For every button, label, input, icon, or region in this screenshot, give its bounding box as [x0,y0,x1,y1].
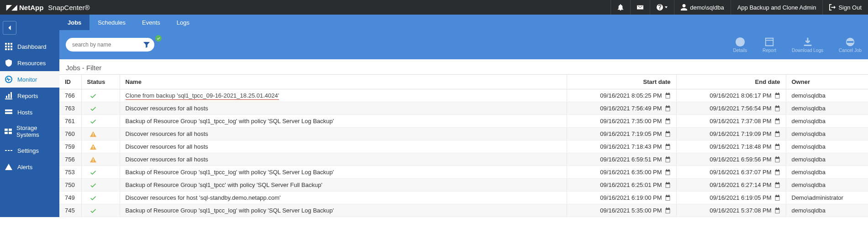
cell-id: 761 [59,115,81,128]
cell-end: 09/16/2021 6:59:56 PM [676,153,786,166]
storage-icon [5,127,12,135]
col-owner[interactable]: Owner [786,75,868,89]
calendar-icon [774,207,780,213]
table-row[interactable]: 759 Discover resources for all hosts 09/… [59,140,868,153]
col-id[interactable]: ID [59,75,81,89]
sidebar-item-monitor[interactable]: Monitor [0,71,59,88]
calendar-icon [774,195,780,201]
sidebar-item-alerts[interactable]: Alerts [0,159,59,175]
cell-id: 760 [59,128,81,140]
col-start[interactable]: Start date [567,75,676,89]
cell-name: Discover resources for all hosts [120,128,567,140]
cell-start: 09/16/2021 5:35:00 PM [567,204,676,217]
calendar-icon [665,118,671,124]
cell-status [81,102,120,115]
cell-start: 09/16/2021 7:18:43 PM [567,140,676,153]
table-row[interactable]: 749 Discover resources for host 'sql-sta… [59,192,868,204]
cell-end: 09/16/2021 7:56:54 PM [676,102,786,115]
table-row[interactable]: 745 Backup of Resource Group 'sql1_tpcc_… [59,204,868,217]
start-date: 09/16/2021 6:35:00 PM [600,169,662,176]
cell-end: 09/16/2021 6:19:05 PM [676,192,786,204]
sidebar-item-dashboard[interactable]: Dashboard [0,38,59,55]
table-row[interactable]: 760 Discover resources for all hosts 09/… [59,128,868,140]
sidebar-collapse-button[interactable] [3,21,16,35]
cell-owner: Demo\administrator [786,192,868,204]
toolbar-report-button[interactable]: Report [763,37,776,53]
cell-status [81,166,120,179]
col-end[interactable]: End date [676,75,786,89]
start-date: 09/16/2021 8:05:25 PM [600,92,662,99]
sidebar-item-settings[interactable]: Settings [0,142,59,159]
table-row[interactable]: 761 Backup of Resource Group 'sql1_tpcc_… [59,115,868,128]
end-date: 09/16/2021 6:59:56 PM [710,156,771,163]
table-row[interactable]: 766 Clone from backup 'sql1_tpcc_09-16-2… [59,89,868,102]
help-icon [657,4,663,10]
cell-end: 09/16/2021 6:27:14 PM [676,179,786,192]
download-logs-icon [803,37,813,47]
search-wrap [66,38,148,52]
calendar-icon [774,156,780,162]
toolbar-cancel-job-button[interactable]: Cancel Job [839,37,862,53]
sidebar-item-resources[interactable]: Resources [0,55,59,71]
mail-button[interactable] [630,0,650,15]
table-row[interactable]: 756 Discover resources for all hosts 09/… [59,153,868,166]
sidebar-item-label: Storage Systems [16,124,55,138]
table-row[interactable]: 753 Backup of Resource Group 'sql1_tpcc_… [59,166,868,179]
cell-start: 09/16/2021 6:19:00 PM [567,192,676,204]
chevron-down-icon [665,6,668,8]
col-status[interactable]: Status [81,75,120,89]
toolbar-details-button[interactable]: Details [733,37,747,53]
cell-id: 753 [59,166,81,179]
calendar-icon [774,93,780,98]
filter-active-badge [154,34,163,42]
job-name-link[interactable]: Clone from backup 'sql1_tpcc_09-16-2021_… [126,92,279,100]
search-input[interactable] [66,38,130,52]
role-label-wrap[interactable]: App Backup and Clone Admin [731,0,823,15]
check-icon [87,182,114,188]
tab-logs[interactable]: Logs [168,15,198,30]
cancel-job-icon [845,37,855,47]
check-icon [87,169,114,176]
end-date: 09/16/2021 5:37:08 PM [710,207,771,214]
tabs-row: JobsSchedulesEventsLogs [59,15,868,30]
alert-icon [5,163,13,171]
cell-id: 759 [59,140,81,153]
table-row[interactable]: 750 Backup of Resource Group 'sql1_tpcc'… [59,179,868,192]
calendar-icon [774,144,780,150]
sidebar-item-label: Settings [17,147,39,154]
sidebar-item-label: Reports [17,93,38,99]
check-icon [87,207,114,214]
user-menu[interactable]: demo\sqldba [674,0,730,15]
job-name: Backup of Resource Group 'sql1_tpcc_log'… [126,169,334,176]
check-icon [87,118,114,124]
signout-button[interactable]: Sign Out [822,0,868,15]
cell-start: 09/16/2021 6:59:51 PM [567,153,676,166]
help-button[interactable] [650,0,674,15]
tab-schedules[interactable]: Schedules [89,15,134,30]
end-date: 09/16/2021 7:37:08 PM [710,118,771,124]
toolbar-action-label: Download Logs [792,48,823,53]
filter-title: Jobs - Filter [59,59,868,74]
sidebar-item-reports[interactable]: Reports [0,88,59,104]
grid-icon [5,42,13,51]
top-header: ◤◢ NetApp SnapCenter® demo\sqldba App Ba… [0,0,868,15]
end-date: 09/16/2021 7:18:48 PM [710,143,771,150]
sidebar-item-storage-systems[interactable]: Storage Systems [0,120,59,142]
tab-events[interactable]: Events [134,15,168,30]
notifications-button[interactable] [610,0,630,15]
col-name[interactable]: Name [120,75,567,89]
pulse-icon [5,75,13,83]
cell-name: Discover resources for host 'sql-standby… [120,192,567,204]
cell-end: 09/16/2021 7:18:48 PM [676,140,786,153]
sidebar-item-hosts[interactable]: Hosts [0,104,59,120]
calendar-icon [774,105,780,111]
cell-id: 756 [59,153,81,166]
cell-name: Clone from backup 'sql1_tpcc_09-16-2021_… [120,89,567,102]
job-name: Discover resources for all hosts [126,105,208,112]
toolbar-download-logs-button[interactable]: Download Logs [792,37,823,53]
tab-jobs[interactable]: Jobs [59,15,89,30]
table-row[interactable]: 763 Discover resources for all hosts 09/… [59,102,868,115]
calendar-icon [665,169,671,175]
end-date: 09/16/2021 6:37:07 PM [710,169,771,176]
filter-button[interactable] [138,38,154,52]
